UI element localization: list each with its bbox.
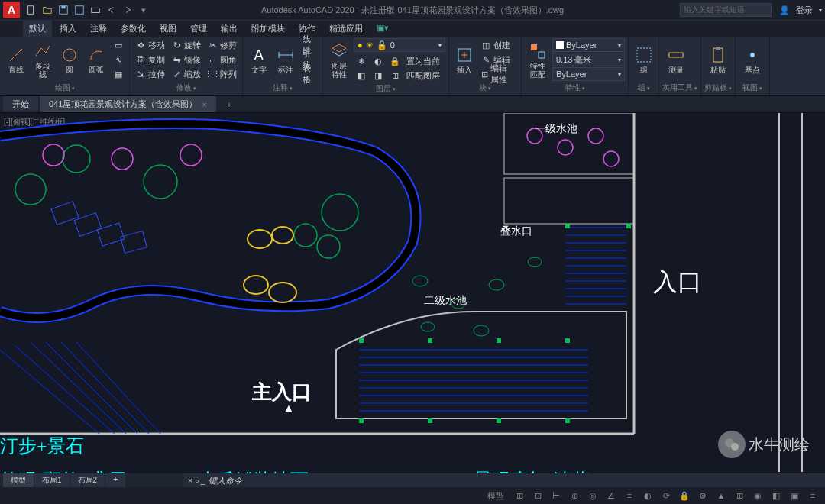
qat-plot-icon[interactable] [89,3,102,17]
command-line[interactable]: × ▹_ 键入命令 [183,473,825,487]
lineweight-dropdown[interactable]: 0.13 毫米▾ [552,53,625,66]
tab-manage[interactable]: 管理 [184,21,213,37]
group-button[interactable]: 组 [632,38,656,82]
close-icon[interactable]: × [202,100,206,109]
qat-redo-icon[interactable] [121,3,134,17]
panel-title-layers[interactable]: 图层 [326,82,445,95]
layer-dropdown[interactable]: ●☀🔓0▾ [354,38,445,52]
panel-title-clipboard[interactable]: 剪贴板 [704,82,732,94]
linetype-dropdown[interactable]: ByLayer▾ [552,67,625,81]
layer-tool-1[interactable]: ❄ [354,54,369,68]
qat-save-icon[interactable] [57,3,70,17]
drawing-canvas[interactable]: [-][俯视][二维线框] [0,113,825,473]
status-hardware-icon[interactable]: ◉ [750,489,765,502]
panel-title-annotation[interactable]: 注释 [246,82,319,94]
tab-new-button[interactable]: + [218,96,241,112]
paste-button[interactable]: 粘贴 [704,38,732,82]
setcurrent-button[interactable]: 置为当前 [404,54,442,68]
layout-tab-add[interactable]: + [105,473,125,487]
layer-tool-3[interactable]: 🔒 [387,54,403,68]
help-search-input[interactable]: 输入关键字或短语 [680,3,772,17]
panel-title-view[interactable]: 视图 [739,82,766,94]
status-annotation-icon[interactable]: ▲ [713,489,729,502]
circle-button[interactable]: 圆 [57,38,82,82]
arc-button[interactable]: 圆弧 [84,38,109,82]
base-button[interactable]: 基点 [739,38,766,82]
panel-title-groups[interactable]: 组 [632,82,655,94]
qat-saveas-icon[interactable] [73,3,86,17]
layout-tab-2[interactable]: 布局2 [70,473,105,487]
match-properties-button[interactable]: 特性 匹配 [525,38,551,82]
panel-title-modify[interactable]: 修改 [133,82,239,94]
status-ortho-icon[interactable]: ⊢ [548,489,564,502]
status-cycling-icon[interactable]: ⟳ [658,489,674,502]
dropdown-icon[interactable]: ▾ [819,7,822,14]
user-icon[interactable]: 👤 [779,5,790,15]
status-otrack-icon[interactable]: ∠ [603,489,619,502]
layer-tool-2[interactable]: ◐ [370,54,386,68]
insert-block-button[interactable]: 插入 [452,38,477,82]
tab-view[interactable]: 视图 [154,21,183,37]
qat-new-icon[interactable] [24,3,38,17]
status-transparency-icon[interactable]: ◐ [640,489,655,502]
tab-featured[interactable]: 精选应用 [323,21,369,37]
stretch-button[interactable]: ⇲拉伸 [133,67,167,81]
create-block-button[interactable]: ◫创建 [478,38,518,52]
line-button[interactable]: 直线 [3,38,28,82]
layer-tool-4[interactable]: ◧ [354,69,369,82]
draw-misc-2[interactable]: ∿ [111,53,126,66]
status-annoscale-icon[interactable]: 🔒 [677,489,692,502]
tab-expand-icon[interactable]: ▣▾ [370,21,395,37]
trim-button[interactable]: ✂修剪 [205,38,239,52]
status-isolate-icon[interactable]: ◧ [768,489,784,502]
status-lineweight-icon[interactable]: ≡ [622,489,637,502]
dimension-button[interactable]: 标注 [273,38,298,82]
fillet-button[interactable]: ⌐圆角 [205,53,239,66]
rotate-button[interactable]: ↻旋转 [169,38,203,52]
draw-misc-3[interactable]: ▦ [111,67,126,81]
measure-button[interactable]: 测量 [662,38,690,82]
tab-addins[interactable]: 附加模块 [245,21,291,37]
move-button[interactable]: ✥移动 [133,38,167,52]
status-workspace-icon[interactable]: ⚙ [695,489,710,502]
status-polar-icon[interactable]: ⊕ [567,489,582,502]
tab-annotate[interactable]: 注释 [84,21,113,37]
status-clean-icon[interactable]: ▣ [787,489,802,502]
text-button[interactable]: A文字 [246,38,271,82]
status-units-icon[interactable]: ⊞ [732,489,747,502]
tab-parametric[interactable]: 参数化 [115,21,152,37]
tab-insert[interactable]: 插入 [53,21,82,37]
login-button[interactable]: 登录 [796,5,813,16]
panel-title-block[interactable]: 块 [452,82,518,94]
status-customize-icon[interactable]: ≡ [805,489,820,502]
panel-title-properties[interactable]: 特性 [525,82,625,94]
color-dropdown[interactable]: ByLayer▾ [552,38,625,52]
status-osnap-icon[interactable]: ◎ [585,489,600,502]
cmdline-close-icon[interactable]: × [188,476,192,485]
panel-title-utilities[interactable]: 实用工具 [662,82,697,94]
tab-document[interactable]: 041屋顶花园景观设计方案（含效果图）× [40,96,216,112]
layout-tab-model[interactable]: 模型 [3,473,34,487]
status-grid-icon[interactable]: ⊞ [512,489,527,502]
panel-title-draw[interactable]: 绘图 [3,82,126,94]
app-logo[interactable]: A [3,2,20,18]
layer-tool-6[interactable]: ⊞ [387,69,403,82]
layout-tab-1[interactable]: 布局1 [34,473,70,487]
matchlayer-button[interactable]: 匹配图层 [404,69,442,82]
qat-open-icon[interactable] [40,3,54,17]
edit-attr-button[interactable]: ⊡编辑属性 [478,67,518,81]
status-model-button[interactable]: 模型 [483,489,509,502]
mirror-button[interactable]: ⇋镜像 [169,53,203,66]
tab-output[interactable]: 输出 [215,21,244,37]
qat-undo-icon[interactable] [105,3,118,17]
polyline-button[interactable]: 多段线 [30,38,55,82]
table-button[interactable]: 表格 [300,67,319,81]
array-button[interactable]: ⋮⋮阵列 [205,67,239,81]
tab-start[interactable]: 开始 [3,96,38,112]
layer-properties-button[interactable]: 图层 特性 [326,38,352,82]
tab-default[interactable]: 默认 [23,21,52,37]
scale-button[interactable]: ⤢缩放 [169,67,203,81]
copy-button[interactable]: ⿻复制 [133,53,167,66]
layer-tool-5[interactable]: ◨ [370,69,386,82]
status-snap-icon[interactable]: ⊡ [530,489,545,502]
